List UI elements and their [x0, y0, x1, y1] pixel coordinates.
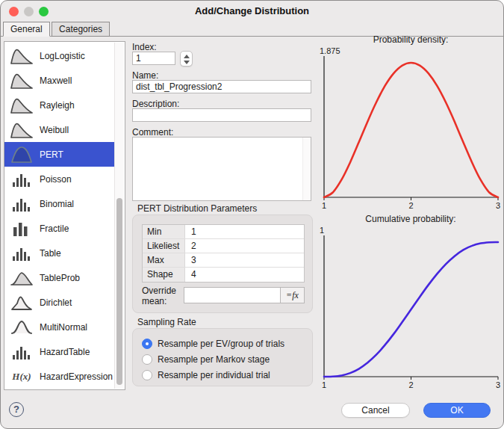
hx-icon: H(x)	[10, 368, 33, 386]
curve-skew-icon	[10, 47, 33, 65]
sidebar-item-table[interactable]: Table	[4, 241, 114, 265]
bars-icon	[10, 195, 33, 213]
curve-wide-icon	[10, 269, 33, 287]
probability-density-chart: 1231.875	[319, 46, 503, 214]
radio-label: Resample per EV/group of trials	[158, 339, 284, 349]
param-label: Likeliest	[143, 239, 185, 253]
stepper-down-icon[interactable]	[184, 61, 190, 64]
curve-skew-icon	[10, 72, 33, 90]
fx-button[interactable]: =fx	[280, 287, 305, 303]
ok-button[interactable]: OK	[423, 403, 491, 418]
description-input[interactable]	[132, 108, 311, 122]
param-value[interactable]: 2	[185, 239, 304, 253]
tab-general[interactable]: General	[3, 22, 50, 37]
param-row-max: Max 3	[143, 253, 304, 268]
sidebar-item-dirichlet[interactable]: Dirichlet	[4, 290, 114, 315]
cancel-button[interactable]: Cancel	[341, 403, 410, 418]
radio-option-1[interactable]: Resample per EV/group of trials	[142, 337, 284, 351]
param-label: Min	[143, 225, 185, 238]
bars-icon	[10, 343, 33, 361]
name-input[interactable]	[132, 80, 311, 93]
radio-icon[interactable]	[142, 370, 152, 380]
param-value[interactable]: 3	[185, 253, 304, 267]
sidebar-item-tableprob[interactable]: TableProb	[4, 265, 114, 290]
svg-text:3: 3	[496, 380, 500, 389]
sidebar-item-rayleigh[interactable]: Rayleigh	[4, 93, 114, 117]
svg-text:1: 1	[322, 380, 326, 389]
bars-icon	[10, 170, 33, 188]
curve-skew-icon	[10, 96, 33, 114]
index-stepper[interactable]	[180, 51, 193, 67]
index-input[interactable]	[132, 52, 175, 65]
bars-icon	[10, 244, 33, 262]
minimize-button[interactable]	[24, 7, 34, 16]
curve-bell-icon	[10, 146, 33, 164]
params-table: Min 1Likeliest 2Max 3Shape 4	[142, 224, 305, 283]
param-row-likeliest: Likeliest 2	[143, 239, 304, 253]
radio-label: Resample per Markov stage	[158, 354, 270, 365]
zoom-button[interactable]	[39, 7, 49, 16]
close-button[interactable]	[9, 7, 19, 16]
radio-label: Resample per individual trial	[158, 370, 270, 380]
sidebar-item-maxwell[interactable]: Maxwell	[4, 68, 114, 93]
add-change-distribution-dialog: Add/Change Distribution General Categori…	[0, 0, 504, 429]
svg-text:1: 1	[322, 201, 326, 210]
curve-skew-icon	[10, 121, 33, 139]
sidebar-item-pert[interactable]: PERT	[4, 142, 114, 167]
cumulative-probability-title: Cumulative probability:	[319, 214, 503, 224]
svg-text:2: 2	[408, 380, 413, 389]
sampling-rate-title: Sampling Rate	[137, 318, 196, 327]
comment-scrollbar[interactable]	[302, 138, 311, 200]
cumulative-probability-chart: 1231	[319, 226, 503, 393]
probability-density-title: Probability density:	[319, 35, 503, 45]
list-scrollbar[interactable]	[114, 43, 124, 389]
radio-option-3[interactable]: Resample per individual trial	[142, 368, 270, 382]
override-mean-input[interactable]	[184, 287, 281, 303]
params-group-title: PERT Distribution Parameters	[137, 204, 257, 214]
sampling-rate-group: Resample per EV/group of trials Resample…	[132, 328, 313, 386]
param-label: Shape	[143, 268, 185, 282]
param-label: Max	[143, 253, 185, 267]
radio-icon[interactable]	[142, 354, 152, 365]
list-scrollbar-thumb[interactable]	[116, 198, 122, 385]
bars-thick-icon	[10, 220, 33, 238]
sidebar-item-fractile[interactable]: Fractile	[4, 216, 114, 241]
window-title: Add/Change Distribution	[1, 1, 503, 22]
radio-option-2[interactable]: Resample per Markov stage	[142, 353, 270, 366]
sidebar-item-hazardexpression[interactable]: H(x) HazardExpression	[4, 364, 114, 389]
sidebar-item-loglogistic[interactable]: LogLogistic	[4, 43, 114, 68]
override-mean-label: Override mean:	[142, 286, 184, 306]
tab-categories[interactable]: Categories	[52, 22, 110, 37]
comment-textarea[interactable]	[132, 137, 311, 201]
help-button[interactable]: ?	[9, 402, 24, 417]
distribution-list: LogLogistic Maxwell Rayleigh Weibull PER…	[4, 41, 125, 390]
svg-text:1.875: 1.875	[320, 46, 340, 55]
curve-angular-icon	[10, 294, 33, 312]
sidebar-item-poisson[interactable]: Poisson	[4, 167, 114, 191]
sidebar-item-weibull[interactable]: Weibull	[4, 117, 114, 142]
param-row-min: Min 1	[143, 225, 304, 239]
svg-text:2: 2	[408, 201, 413, 210]
titlebar: Add/Change Distribution	[1, 1, 503, 22]
svg-text:3: 3	[496, 201, 500, 210]
bell-outline-icon	[10, 318, 33, 336]
param-value[interactable]: 4	[185, 268, 304, 282]
sidebar-item-multinormal[interactable]: MultiNormal	[4, 315, 114, 339]
sidebar-item-hazardtable[interactable]: HazardTable	[4, 339, 114, 364]
sidebar-item-binomial[interactable]: Binomial	[4, 191, 114, 216]
radio-icon[interactable]	[142, 339, 152, 349]
param-row-shape: Shape 4	[143, 268, 304, 282]
params-group: Min 1Likeliest 2Max 3Shape 4 Override me…	[132, 214, 313, 313]
stepper-up-icon[interactable]	[184, 55, 190, 58]
param-value[interactable]: 1	[185, 225, 304, 238]
svg-text:1: 1	[320, 226, 324, 235]
